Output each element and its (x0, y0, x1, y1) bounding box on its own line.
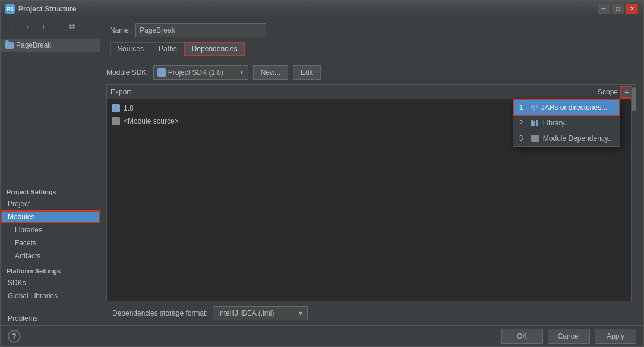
new-sdk-button[interactable]: New... (253, 65, 288, 80)
remove-module-button[interactable]: − (52, 21, 64, 33)
sidebar-item-modules-label: Modules (8, 213, 34, 221)
close-button[interactable]: ✕ (626, 4, 639, 14)
main-panel: Name: Sources Paths Dependencies Module … (100, 17, 643, 325)
bottom-bar: ? OK Cancel Apply (1, 325, 643, 346)
sidebar-item-sdks-label: SDKs (8, 279, 26, 287)
sdk-icon (157, 68, 166, 77)
bottom-left: ? (8, 330, 497, 343)
dropdown-item-3-num: 3 (519, 134, 528, 143)
tab-sources[interactable]: Sources (110, 42, 151, 55)
back-button[interactable]: ← (8, 22, 18, 31)
dropdown-item-3-label: Module Dependency... (543, 134, 614, 143)
name-label: Name: (110, 26, 131, 34)
add-dropdown-menu: 1 JARs or directories... 2 (513, 99, 620, 147)
storage-chevron-icon: ▾ (299, 309, 302, 317)
deps-table: Export Scope + 1.8 <Module source> (106, 84, 637, 301)
sdk-dep-icon (112, 104, 120, 112)
scrollbar-thumb[interactable] (632, 87, 636, 111)
content-area: ← → + − ⧉ PageBreak Project Settings Pro… (1, 17, 643, 325)
library-icon (531, 120, 539, 126)
sidebar-item-project-label: Project (8, 200, 30, 208)
dropdown-item-2-label: Library... (543, 119, 570, 127)
project-settings-label: Project Settings (1, 184, 100, 197)
project-structure-window: PS Project Structure ─ □ ✕ ← → + − ⧉ (0, 0, 644, 347)
dropdown-item-1-num: 1 (519, 103, 528, 112)
dropdown-item-module-dep[interactable]: 3 Module Dependency... (513, 131, 620, 146)
window-icon: PS (5, 4, 15, 14)
edit-sdk-button[interactable]: Edit (293, 65, 321, 80)
sidebar-item-sdks[interactable]: SDKs (1, 276, 100, 289)
module-dep-menu-icon (531, 135, 539, 142)
chevron-down-icon: ▼ (239, 70, 244, 75)
sidebar: ← → + − ⧉ PageBreak Project Settings Pro… (1, 17, 100, 325)
module-dep-icon (112, 117, 120, 125)
tab-paths[interactable]: Paths (151, 42, 185, 55)
export-column-header: Export (111, 88, 598, 96)
platform-settings-label: Platform Settings (1, 263, 100, 276)
window-title: Project Structure (18, 5, 597, 13)
main-header: Name: Sources Paths Dependencies (100, 17, 643, 59)
sidebar-item-artifacts[interactable]: Artifacts (1, 250, 100, 263)
storage-value: IntelliJ IDEA (.iml) (218, 309, 274, 317)
deps-table-header: Export Scope + (107, 85, 637, 99)
forward-button[interactable]: → (21, 22, 31, 31)
sidebar-toolbar: ← → + − ⧉ (1, 17, 100, 36)
folder-icon (5, 42, 14, 49)
title-controls: ─ □ ✕ (597, 4, 639, 14)
dropdown-item-library[interactable]: 2 Library... (513, 115, 620, 131)
storage-dropdown[interactable]: IntelliJ IDEA (.iml) ▾ (213, 306, 308, 320)
dropdown-item-jars[interactable]: 1 JARs or directories... (513, 100, 620, 115)
minimize-button[interactable]: ─ (597, 4, 610, 14)
jars-icon (531, 105, 538, 111)
sidebar-tree: PageBreak (1, 36, 100, 181)
deps-content: Module SDK: Project SDK (1.8) ▼ New... E… (100, 59, 643, 325)
tree-item-label: PageBreak (16, 41, 51, 49)
sdk-dropdown[interactable]: Project SDK (1.8) ▼ (153, 65, 248, 80)
sidebar-item-facets[interactable]: Facets (1, 236, 100, 250)
sidebar-nav: Project Settings Project Modules Librari… (1, 181, 100, 325)
add-module-button[interactable]: + (37, 21, 49, 33)
help-button[interactable]: ? (8, 330, 21, 343)
sidebar-item-problems-label: Problems (8, 314, 38, 323)
nav-arrows: ← → (4, 20, 35, 34)
title-bar: PS Project Structure ─ □ ✕ (1, 1, 643, 17)
storage-row: Dependencies storage format: IntelliJ ID… (106, 301, 637, 325)
name-row: Name: (110, 23, 634, 37)
dep-sdk-label: 1.8 (124, 104, 134, 112)
tab-dependencies[interactable]: Dependencies (184, 42, 245, 55)
sidebar-item-artifacts-label: Artifacts (15, 252, 40, 260)
sidebar-item-project[interactable]: Project (1, 197, 100, 210)
storage-label: Dependencies storage format: (112, 309, 208, 317)
sdk-row: Module SDK: Project SDK (1.8) ▼ New... E… (106, 65, 637, 80)
name-input[interactable] (135, 23, 266, 37)
sidebar-item-libraries-label: Libraries (15, 226, 42, 234)
dropdown-item-2-num: 2 (519, 119, 528, 127)
maximize-button[interactable]: □ (611, 4, 624, 14)
scrollbar-track[interactable] (631, 85, 637, 301)
copy-module-button[interactable]: ⧉ (66, 21, 78, 33)
sidebar-item-facets-label: Facets (15, 239, 36, 247)
ok-button[interactable]: OK (501, 329, 543, 344)
tree-item-pagebreak[interactable]: PageBreak (1, 39, 100, 52)
dropdown-item-1-label: JARs or directories... (541, 103, 607, 112)
apply-button[interactable]: Apply (595, 329, 636, 344)
sidebar-item-problems[interactable]: Problems (1, 312, 100, 325)
sdk-value: Project SDK (1.8) (168, 68, 223, 77)
sidebar-item-modules[interactable]: Modules (1, 210, 100, 223)
sidebar-item-global-libraries[interactable]: Global Libraries (1, 289, 100, 302)
cancel-button[interactable]: Cancel (548, 329, 590, 344)
scope-column-header: Scope (598, 88, 618, 96)
dep-module-label: <Module source> (124, 117, 179, 125)
tabs-row: Sources Paths Dependencies (110, 42, 634, 55)
sdk-label: Module SDK: (106, 68, 149, 77)
sidebar-item-global-libraries-label: Global Libraries (8, 292, 58, 300)
sidebar-item-libraries[interactable]: Libraries (1, 223, 100, 236)
